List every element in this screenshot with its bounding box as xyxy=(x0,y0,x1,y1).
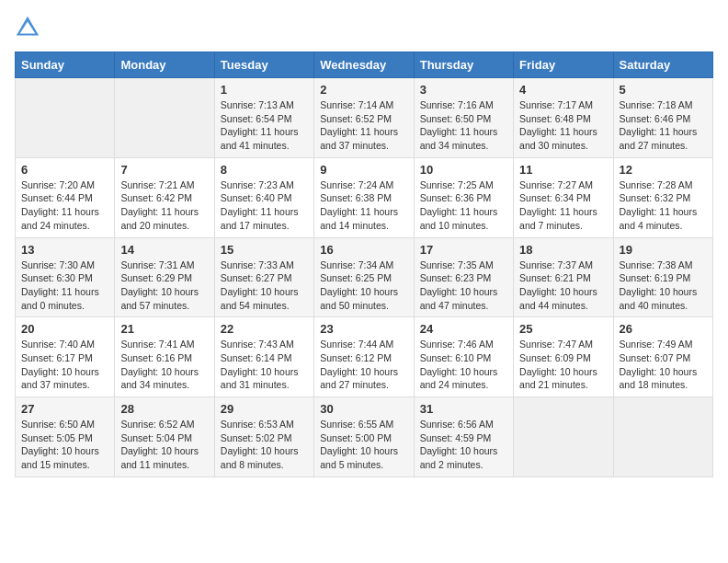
calendar-cell: 14Sunrise: 7:31 AM Sunset: 6:29 PM Dayli… xyxy=(115,237,214,317)
calendar-cell: 6Sunrise: 7:20 AM Sunset: 6:44 PM Daylig… xyxy=(16,157,115,237)
day-number: 8 xyxy=(221,163,308,177)
calendar-cell: 30Sunrise: 6:55 AM Sunset: 5:00 PM Dayli… xyxy=(314,397,414,477)
calendar-cell: 23Sunrise: 7:44 AM Sunset: 6:12 PM Dayli… xyxy=(314,317,414,397)
cell-content: Sunrise: 7:47 AM Sunset: 6:09 PM Dayligh… xyxy=(519,338,607,392)
calendar-cell: 27Sunrise: 6:50 AM Sunset: 5:05 PM Dayli… xyxy=(16,397,115,477)
week-row-1: 1Sunrise: 7:13 AM Sunset: 6:54 PM Daylig… xyxy=(16,78,713,158)
calendar-cell: 9Sunrise: 7:24 AM Sunset: 6:38 PM Daylig… xyxy=(314,157,414,237)
day-number: 19 xyxy=(620,243,707,257)
cell-content: Sunrise: 7:31 AM Sunset: 6:29 PM Dayligh… xyxy=(120,259,208,313)
calendar-table: SundayMondayTuesdayWednesdayThursdayFrid… xyxy=(15,52,713,477)
calendar-cell: 1Sunrise: 7:13 AM Sunset: 6:54 PM Daylig… xyxy=(214,78,313,158)
calendar-cell: 3Sunrise: 7:16 AM Sunset: 6:50 PM Daylig… xyxy=(414,78,513,158)
header-cell-tuesday: Tuesday xyxy=(214,52,313,78)
calendar-cell: 10Sunrise: 7:25 AM Sunset: 6:36 PM Dayli… xyxy=(414,157,513,237)
cell-content: Sunrise: 7:41 AM Sunset: 6:16 PM Dayligh… xyxy=(120,338,208,392)
cell-content: Sunrise: 6:52 AM Sunset: 5:04 PM Dayligh… xyxy=(120,418,208,472)
calendar-cell: 31Sunrise: 6:56 AM Sunset: 4:59 PM Dayli… xyxy=(414,397,513,477)
header-cell-wednesday: Wednesday xyxy=(314,52,414,78)
cell-content: Sunrise: 7:34 AM Sunset: 6:25 PM Dayligh… xyxy=(320,259,407,313)
calendar-cell: 26Sunrise: 7:49 AM Sunset: 6:07 PM Dayli… xyxy=(613,317,712,397)
cell-content: Sunrise: 7:35 AM Sunset: 6:23 PM Dayligh… xyxy=(420,259,507,313)
day-number: 15 xyxy=(221,243,308,257)
calendar-cell xyxy=(514,397,613,477)
cell-content: Sunrise: 7:30 AM Sunset: 6:30 PM Dayligh… xyxy=(21,259,108,313)
cell-content: Sunrise: 7:25 AM Sunset: 6:36 PM Dayligh… xyxy=(420,178,507,233)
calendar-cell: 13Sunrise: 7:30 AM Sunset: 6:30 PM Dayli… xyxy=(16,237,115,317)
calendar-cell: 20Sunrise: 7:40 AM Sunset: 6:17 PM Dayli… xyxy=(16,317,115,397)
calendar-cell xyxy=(16,78,115,158)
cell-content: Sunrise: 7:46 AM Sunset: 6:10 PM Dayligh… xyxy=(420,338,507,392)
day-number: 18 xyxy=(519,243,607,257)
calendar-cell: 21Sunrise: 7:41 AM Sunset: 6:16 PM Dayli… xyxy=(115,317,214,397)
calendar-cell: 22Sunrise: 7:43 AM Sunset: 6:14 PM Dayli… xyxy=(214,317,313,397)
calendar-cell: 18Sunrise: 7:37 AM Sunset: 6:21 PM Dayli… xyxy=(514,237,613,317)
logo xyxy=(15,15,44,40)
day-number: 31 xyxy=(420,402,507,416)
cell-content: Sunrise: 7:13 AM Sunset: 6:54 PM Dayligh… xyxy=(221,98,308,153)
calendar-cell: 5Sunrise: 7:18 AM Sunset: 6:46 PM Daylig… xyxy=(613,78,712,158)
cell-content: Sunrise: 7:43 AM Sunset: 6:14 PM Dayligh… xyxy=(221,338,308,392)
calendar-cell xyxy=(115,78,214,158)
page-header xyxy=(15,15,713,40)
day-number: 20 xyxy=(21,322,108,336)
cell-content: Sunrise: 7:18 AM Sunset: 6:46 PM Dayligh… xyxy=(620,98,707,153)
cell-content: Sunrise: 7:16 AM Sunset: 6:50 PM Dayligh… xyxy=(420,98,507,153)
day-number: 4 xyxy=(519,83,607,97)
calendar-cell: 28Sunrise: 6:52 AM Sunset: 5:04 PM Dayli… xyxy=(115,397,214,477)
week-row-4: 20Sunrise: 7:40 AM Sunset: 6:17 PM Dayli… xyxy=(16,317,713,397)
header-cell-friday: Friday xyxy=(514,52,613,78)
cell-content: Sunrise: 7:33 AM Sunset: 6:27 PM Dayligh… xyxy=(221,259,308,313)
day-number: 5 xyxy=(620,83,707,97)
calendar-cell: 25Sunrise: 7:47 AM Sunset: 6:09 PM Dayli… xyxy=(514,317,613,397)
cell-content: Sunrise: 6:55 AM Sunset: 5:00 PM Dayligh… xyxy=(320,418,407,472)
cell-content: Sunrise: 7:20 AM Sunset: 6:44 PM Dayligh… xyxy=(21,178,108,233)
week-row-5: 27Sunrise: 6:50 AM Sunset: 5:05 PM Dayli… xyxy=(16,397,713,477)
day-number: 24 xyxy=(420,322,507,336)
day-number: 14 xyxy=(120,243,208,257)
day-number: 2 xyxy=(320,83,407,97)
calendar-cell: 12Sunrise: 7:28 AM Sunset: 6:32 PM Dayli… xyxy=(613,157,712,237)
cell-content: Sunrise: 6:56 AM Sunset: 4:59 PM Dayligh… xyxy=(420,418,507,472)
header-cell-sunday: Sunday xyxy=(16,52,115,78)
day-number: 21 xyxy=(120,322,208,336)
cell-content: Sunrise: 7:38 AM Sunset: 6:19 PM Dayligh… xyxy=(620,259,707,313)
day-number: 10 xyxy=(420,163,507,177)
cell-content: Sunrise: 7:24 AM Sunset: 6:38 PM Dayligh… xyxy=(320,178,407,233)
cell-content: Sunrise: 7:28 AM Sunset: 6:32 PM Dayligh… xyxy=(620,178,707,233)
cell-content: Sunrise: 7:49 AM Sunset: 6:07 PM Dayligh… xyxy=(620,338,707,392)
calendar-cell: 11Sunrise: 7:27 AM Sunset: 6:34 PM Dayli… xyxy=(514,157,613,237)
day-number: 9 xyxy=(320,163,407,177)
day-number: 28 xyxy=(120,402,208,416)
calendar-cell: 7Sunrise: 7:21 AM Sunset: 6:42 PM Daylig… xyxy=(115,157,214,237)
cell-content: Sunrise: 7:17 AM Sunset: 6:48 PM Dayligh… xyxy=(519,98,607,153)
cell-content: Sunrise: 7:14 AM Sunset: 6:52 PM Dayligh… xyxy=(320,98,407,153)
calendar-cell xyxy=(613,397,712,477)
cell-content: Sunrise: 7:40 AM Sunset: 6:17 PM Dayligh… xyxy=(21,338,108,392)
cell-content: Sunrise: 7:23 AM Sunset: 6:40 PM Dayligh… xyxy=(221,178,308,233)
day-number: 12 xyxy=(620,163,707,177)
day-number: 16 xyxy=(320,243,407,257)
calendar-cell: 29Sunrise: 6:53 AM Sunset: 5:02 PM Dayli… xyxy=(214,397,313,477)
day-number: 7 xyxy=(120,163,208,177)
calendar-body: 1Sunrise: 7:13 AM Sunset: 6:54 PM Daylig… xyxy=(16,78,713,477)
calendar-cell: 17Sunrise: 7:35 AM Sunset: 6:23 PM Dayli… xyxy=(414,237,513,317)
week-row-2: 6Sunrise: 7:20 AM Sunset: 6:44 PM Daylig… xyxy=(16,157,713,237)
day-number: 3 xyxy=(420,83,507,97)
day-number: 1 xyxy=(221,83,308,97)
cell-content: Sunrise: 6:50 AM Sunset: 5:05 PM Dayligh… xyxy=(21,418,108,472)
header-row: SundayMondayTuesdayWednesdayThursdayFrid… xyxy=(16,52,713,78)
calendar-cell: 16Sunrise: 7:34 AM Sunset: 6:25 PM Dayli… xyxy=(314,237,414,317)
calendar-cell: 15Sunrise: 7:33 AM Sunset: 6:27 PM Dayli… xyxy=(214,237,313,317)
header-cell-saturday: Saturday xyxy=(613,52,712,78)
calendar-cell: 24Sunrise: 7:46 AM Sunset: 6:10 PM Dayli… xyxy=(414,317,513,397)
day-number: 6 xyxy=(21,163,108,177)
day-number: 29 xyxy=(221,402,308,416)
calendar-cell: 19Sunrise: 7:38 AM Sunset: 6:19 PM Dayli… xyxy=(613,237,712,317)
cell-content: Sunrise: 7:44 AM Sunset: 6:12 PM Dayligh… xyxy=(320,338,407,392)
logo-icon xyxy=(15,15,40,40)
day-number: 11 xyxy=(519,163,607,177)
day-number: 26 xyxy=(620,322,707,336)
week-row-3: 13Sunrise: 7:30 AM Sunset: 6:30 PM Dayli… xyxy=(16,237,713,317)
day-number: 30 xyxy=(320,402,407,416)
